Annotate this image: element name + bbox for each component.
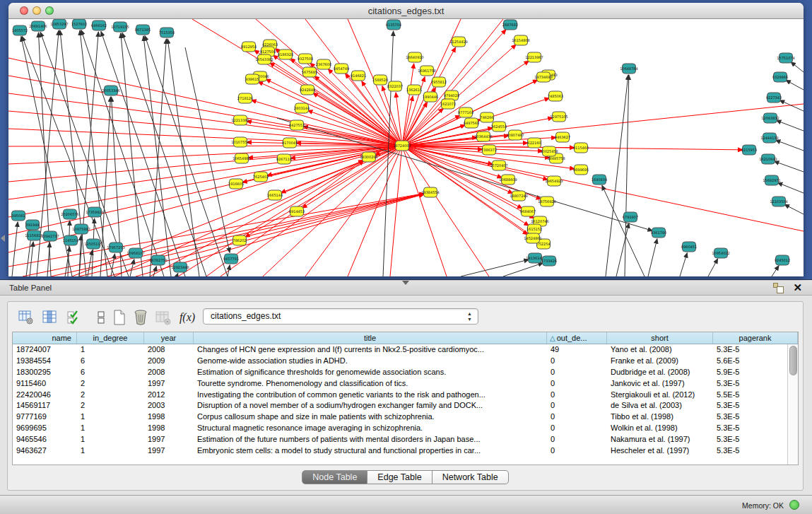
graph-node-10958107[interactable]: 10958107 bbox=[126, 248, 144, 258]
citation-edge-black[interactable] bbox=[775, 140, 804, 151]
graph-node-16782759[interactable]: 16782759 bbox=[149, 255, 167, 265]
graph-node-9361780[interactable]: 9361780 bbox=[651, 228, 666, 238]
citation-edge-black[interactable] bbox=[708, 259, 718, 276]
graph-node-1990446[interactable]: 1990446 bbox=[423, 92, 438, 102]
table-cell[interactable]: 5.3E-5 bbox=[713, 423, 787, 434]
graph-node-2718126[interactable]: 2718126 bbox=[237, 93, 253, 103]
graph-node-7515358[interactable]: 7515358 bbox=[159, 28, 175, 37]
table-cell[interactable]: 5.3E-5 bbox=[713, 445, 787, 457]
citation-edge-black[interactable] bbox=[777, 182, 804, 193]
citation-edge-black[interactable] bbox=[648, 239, 657, 276]
graph-node-12213967[interactable]: 12213967 bbox=[525, 52, 543, 62]
citation-edge-black[interactable] bbox=[461, 259, 529, 276]
table-cell[interactable]: 1 bbox=[77, 344, 144, 356]
table-cell[interactable]: 0 bbox=[547, 378, 607, 390]
table-cell[interactable]: 2 bbox=[77, 378, 144, 390]
table-cell[interactable]: 9699695 bbox=[13, 423, 77, 434]
column-visibility-icon[interactable] bbox=[40, 308, 60, 327]
table-cell[interactable]: 9465546 bbox=[13, 434, 77, 445]
table-cell[interactable]: Jankovic et al. (1997) bbox=[607, 378, 713, 390]
graph-node-8914453[interactable]: 8914453 bbox=[289, 206, 305, 216]
delete-table-icon[interactable] bbox=[153, 308, 173, 327]
graph-node-13942737[interactable]: 13942737 bbox=[41, 231, 59, 241]
graph-node-18756928[interactable]: 18756928 bbox=[538, 197, 555, 206]
table-cell[interactable]: 9463627 bbox=[13, 445, 77, 457]
column-header-short[interactable]: short bbox=[607, 332, 713, 344]
table-cell[interactable]: 22420046 bbox=[13, 390, 77, 401]
graph-node-12923448[interactable]: 12923448 bbox=[171, 262, 189, 272]
citation-edge-black[interactable] bbox=[12, 222, 18, 276]
citation-edge-black[interactable] bbox=[774, 161, 804, 172]
graph-node-16154808[interactable]: 16154808 bbox=[512, 35, 529, 45]
table-row[interactable]: 1456911722003Disruption of a novel membe… bbox=[13, 400, 787, 411]
citation-edge-red[interactable] bbox=[263, 146, 402, 276]
graph-node-1615152[interactable]: 1615152 bbox=[526, 224, 542, 234]
table-row[interactable]: 911546021997Tourette syndrome. Phenomeno… bbox=[13, 378, 787, 390]
graph-node-12444138[interactable]: 12444138 bbox=[760, 133, 778, 143]
citation-edge-red[interactable] bbox=[79, 194, 424, 276]
citation-edge-red[interactable] bbox=[8, 146, 402, 217]
table-cell[interactable]: Changes of HCN gene expression and I(f) … bbox=[194, 344, 547, 356]
table-cell[interactable]: Dudbridge et al. (2008) bbox=[607, 367, 713, 378]
citation-edge-black[interactable] bbox=[602, 185, 645, 276]
column-header-name[interactable]: name bbox=[13, 332, 77, 344]
table-cell[interactable]: 0 bbox=[547, 434, 607, 445]
citation-network-graph[interactable]: 1405572206914061085329715276026466162107… bbox=[8, 19, 804, 276]
table-cell[interactable]: Embryonic stem cells: a model to study s… bbox=[194, 445, 547, 457]
table-cell[interactable]: 6 bbox=[77, 356, 144, 367]
tab-edge-table[interactable]: Edge Table bbox=[367, 470, 432, 484]
graph-node-1405572[interactable]: 1405572 bbox=[12, 25, 28, 35]
table-cell[interactable]: 9777169 bbox=[13, 411, 77, 423]
table-cell[interactable]: Estimation of significance thresholds fo… bbox=[194, 367, 547, 378]
table-cell[interactable]: 18724007 bbox=[13, 344, 77, 356]
table-cell[interactable]: Stergiakouli et al. (2012) bbox=[607, 390, 713, 401]
graph-node-16961758[interactable]: 16961758 bbox=[418, 66, 435, 76]
table-row[interactable]: 969969511998Structural magnetic resonanc… bbox=[13, 423, 787, 434]
graph-node-10807487[interactable]: 10807487 bbox=[506, 130, 524, 140]
table-cell[interactable]: 1997 bbox=[144, 445, 194, 457]
citation-edge-black[interactable] bbox=[30, 242, 33, 276]
column-header-pagerank[interactable]: pagerank bbox=[713, 332, 798, 344]
graph-node-9170045[interactable]: 9170045 bbox=[282, 138, 298, 148]
graph-node-7485063[interactable]: 7485063 bbox=[548, 91, 563, 101]
graph-node-7955812[interactable]: 7955812 bbox=[431, 77, 447, 87]
graph-node-6497568[interactable]: 6497568 bbox=[464, 118, 479, 128]
graph-node-7625402[interactable]: 7625402 bbox=[253, 172, 269, 182]
table-cell[interactable]: 49 bbox=[547, 344, 607, 356]
table-row[interactable]: 1830029562008Estimation of significance … bbox=[13, 367, 787, 378]
citation-edge-black[interactable] bbox=[606, 75, 628, 276]
graph-node-8427552[interactable]: 8427552 bbox=[289, 120, 305, 130]
table-cell[interactable]: 2 bbox=[77, 400, 144, 411]
table-cell[interactable]: 5.3E-5 bbox=[713, 378, 787, 390]
graph-node-9899695[interactable]: 9899695 bbox=[573, 165, 589, 175]
graph-node-17957253[interactable]: 17957253 bbox=[107, 243, 124, 252]
graph-node-1527602[interactable]: 1527602 bbox=[71, 19, 87, 29]
close-panel-icon[interactable]: ✕ bbox=[793, 281, 802, 294]
graph-node-3624554[interactable]: 3624554 bbox=[491, 122, 507, 132]
citation-edge-red[interactable] bbox=[178, 160, 363, 276]
graph-node-746266[interactable]: 746266 bbox=[480, 112, 493, 122]
graph-node-1145154[interactable]: 1145154 bbox=[63, 235, 78, 245]
graph-node-1621072[interactable]: 1621072 bbox=[440, 99, 456, 109]
table-row[interactable]: 1938455462009Genome-wide association stu… bbox=[13, 356, 787, 367]
graph-node-939615[interactable]: 939615 bbox=[245, 74, 259, 84]
network-view-window[interactable]: citations_edges.txt 14055722069140610853… bbox=[8, 3, 804, 276]
citation-edge-black[interactable] bbox=[772, 266, 779, 276]
citation-edge-black[interactable] bbox=[88, 250, 92, 276]
graph-node-786202[interactable]: 786202 bbox=[233, 235, 246, 245]
float-panel-icon[interactable] bbox=[773, 283, 784, 293]
graph-node-16210643[interactable]: 16210643 bbox=[759, 154, 777, 164]
graph-node-10107554[interactable]: 10107554 bbox=[231, 137, 249, 147]
table-cell[interactable]: Investigating the contribution of common… bbox=[194, 390, 547, 401]
citation-edge-black[interactable] bbox=[786, 80, 804, 90]
table-cell[interactable]: 5.5E-5 bbox=[713, 390, 787, 401]
table-cell[interactable]: 2009 bbox=[144, 356, 194, 367]
citation-edge-black[interactable] bbox=[776, 120, 804, 131]
row-selection-icon[interactable] bbox=[64, 308, 84, 327]
graph-node-12505115[interactable]: 12505115 bbox=[84, 239, 102, 249]
graph-node-20053346[interactable]: 20053346 bbox=[102, 86, 119, 95]
graph-node-15720407[interactable]: 15720407 bbox=[490, 160, 507, 170]
graph-node-10648784[interactable]: 10648784 bbox=[620, 64, 637, 74]
graph-node-20206576[interactable]: 20206576 bbox=[61, 209, 78, 219]
table-cell[interactable]: Wolkin et al. (1998) bbox=[607, 423, 713, 434]
